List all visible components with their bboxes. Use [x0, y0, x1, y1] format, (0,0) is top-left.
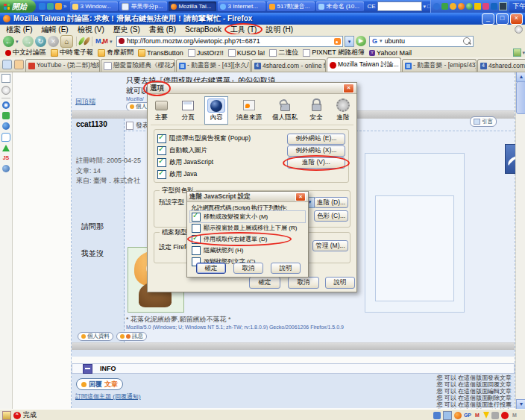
- mail-gray-icon[interactable]: M: [511, 412, 518, 419]
- chevron-down-icon[interactable]: ▾ □: [424, 4, 431, 10]
- forward-button[interactable]: →: [22, 36, 34, 47]
- checkbox[interactable]: [157, 146, 166, 155]
- exceptions-button[interactable]: 例外網站 (X)...: [287, 145, 345, 157]
- close-icon[interactable]: ×: [295, 192, 306, 201]
- quick-launch-icon[interactable]: [55, 3, 62, 10]
- menu-item[interactable]: 編輯 (E): [37, 25, 73, 34]
- checkbox[interactable]: [157, 134, 166, 143]
- checkbox[interactable]: [157, 158, 166, 167]
- go-button[interactable]: ▶: [356, 36, 366, 46]
- window-status-icon[interactable]: [433, 412, 441, 419]
- quote-button[interactable]: 引言: [470, 116, 497, 127]
- lightning-icon[interactable]: [483, 412, 489, 419]
- options-tab-個人隱私[interactable]: 個人隱私: [270, 96, 300, 125]
- options-tab-安全[interactable]: 安全: [306, 96, 327, 125]
- browser-tab[interactable]: - 動畫音樂 - [43][永久/日..: [176, 59, 251, 72]
- back-button[interactable]: ←: [3, 36, 14, 47]
- puzzle-icon[interactable]: [2, 112, 10, 119]
- extension-tab-icon[interactable]: [14, 60, 24, 69]
- deskband-input[interactable]: [377, 1, 422, 11]
- gmail-status-icon[interactable]: M: [474, 412, 481, 419]
- tab-list-icon[interactable]: [2, 60, 12, 69]
- private-message-button[interactable]: 訊息: [116, 332, 147, 341]
- checkbox[interactable]: [192, 213, 201, 222]
- browser-tab[interactable]: - 動畫音樂 - [emips/43][..: [402, 59, 477, 72]
- warning-icon[interactable]: [474, 3, 481, 10]
- url-bar[interactable]: http://forum.moztw.org/viewtopic.php?t=6…: [116, 36, 343, 47]
- browser-tab[interactable]: Mozilla Taiwan 討論...: [327, 57, 401, 72]
- post-author[interactable]: ccat1130: [76, 120, 107, 128]
- reload-button[interactable]: ↻: [35, 36, 46, 47]
- globe-icon[interactable]: [2, 122, 10, 130]
- up-arrow-icon[interactable]: [2, 145, 10, 151]
- url-text[interactable]: http://forum.moztw.org/viewtopic.php?t=6…: [127, 37, 332, 45]
- taskbar-window-button[interactable]: 未命名 (10...: [316, 1, 364, 11]
- search-icon[interactable]: [463, 37, 471, 45]
- messenger-icon[interactable]: [433, 3, 440, 10]
- bookmark-item[interactable]: 中文討論區: [3, 48, 48, 57]
- im-badge-icon[interactable]: [491, 3, 497, 10]
- cancel-button[interactable]: 取消: [233, 263, 263, 274]
- user-online-icon[interactable]: [441, 3, 448, 10]
- taskbar-window-button[interactable]: Mozilla Tai...: [169, 1, 216, 11]
- home-button[interactable]: ⌂: [60, 35, 73, 48]
- gspace-icon[interactable]: M: [95, 37, 101, 45]
- gp-extension-label[interactable]: GP: [464, 412, 471, 419]
- bookmark-item[interactable]: PIXNET 網路相簿: [301, 48, 367, 57]
- rss-feed-icon[interactable]: [334, 38, 341, 45]
- checkbox[interactable]: [192, 224, 201, 233]
- eye-icon[interactable]: [2, 101, 10, 109]
- adblock-status-icon[interactable]: [501, 412, 509, 419]
- minimize-button[interactable]: _: [482, 13, 494, 25]
- bookmark-item[interactable]: JustOrz!!: [186, 48, 226, 57]
- exceptions-button[interactable]: 例外網站 (E)...: [287, 134, 345, 145]
- url-dropdown-icon[interactable]: ▾: [345, 36, 354, 47]
- chevron-right-icon[interactable]: »: [63, 3, 66, 10]
- menu-item[interactable]: 書籤 (B): [145, 25, 180, 34]
- javascript-advanced-button[interactable]: 進階 (V)...: [287, 157, 345, 169]
- display-icon[interactable]: [499, 2, 507, 10]
- menu-item[interactable]: 歷史 (S): [109, 25, 145, 34]
- checkbox[interactable]: [157, 170, 166, 179]
- search-input[interactable]: ubuntu: [385, 37, 461, 45]
- firefox-icon[interactable]: [458, 3, 465, 10]
- bookmark-item[interactable]: 二進位: [267, 48, 301, 57]
- checkbox[interactable]: [192, 235, 201, 244]
- taskbar-window-button[interactable]: 517動漫音...: [267, 1, 315, 11]
- browser-tab[interactable]: 4shared.com - online file sh..: [251, 59, 326, 72]
- subscribe-link[interactable]: 訂閱這個主題 (回覆通知): [75, 392, 141, 401]
- bookmark-item[interactable]: 奇摩新聞: [95, 48, 136, 57]
- close-icon[interactable]: ×: [343, 84, 354, 93]
- gray-extension-icon[interactable]: [491, 412, 499, 419]
- gmail-icon[interactable]: M: [103, 37, 109, 45]
- green-globe-icon[interactable]: [466, 3, 473, 10]
- reply-button[interactable]: 回覆 文章: [76, 378, 123, 390]
- close-button[interactable]: ×: [510, 13, 523, 25]
- maximize-button[interactable]: □: [496, 13, 509, 25]
- checkbox[interactable]: [192, 246, 201, 255]
- menu-item[interactable]: 檢視 (V): [73, 25, 109, 34]
- menu-item[interactable]: 檔案 (F): [1, 25, 37, 34]
- taskbar-window-button[interactable]: 畢業學分p...: [119, 1, 167, 11]
- scroll-down-button[interactable]: ▼: [516, 399, 525, 410]
- back-dropdown-icon[interactable]: ▾: [16, 36, 21, 47]
- smiley-icon[interactable]: [450, 3, 456, 10]
- cancel-button[interactable]: 取消: [288, 277, 319, 289]
- window-titlebar[interactable]: Mozilla Taiwan 討論區: 求救！滑鼠右鍵無法使用！請前輩幫忙 - …: [0, 13, 525, 25]
- options-tab-消息來源[interactable]: 消息來源: [234, 96, 264, 125]
- browser-tab[interactable]: YouTube - (第二部)地獄...: [25, 59, 100, 72]
- clock-icon[interactable]: [1, 86, 10, 95]
- options-tab-內容[interactable]: 內容: [204, 96, 228, 125]
- fonts-advanced-button[interactable]: 進階 (D)...: [314, 197, 348, 208]
- vertical-scrollbar[interactable]: ▲ ▼: [515, 72, 525, 409]
- menu-item[interactable]: ScrapBook: [180, 25, 226, 34]
- search-engine-dropdown-icon[interactable]: ▾: [380, 38, 383, 44]
- ok-button[interactable]: 確定: [249, 277, 280, 289]
- manage-button[interactable]: 管理 (M)...: [312, 240, 348, 251]
- quick-launch-icon[interactable]: [47, 3, 54, 10]
- browser-icon[interactable]: [2, 165, 10, 172]
- options-tab-主要[interactable]: 主要: [151, 96, 172, 125]
- search-bar[interactable]: G ▾ ubuntu: [369, 36, 474, 47]
- menu-item[interactable]: 工具 (T): [226, 25, 262, 34]
- quick-launch-icon[interactable]: [39, 3, 45, 10]
